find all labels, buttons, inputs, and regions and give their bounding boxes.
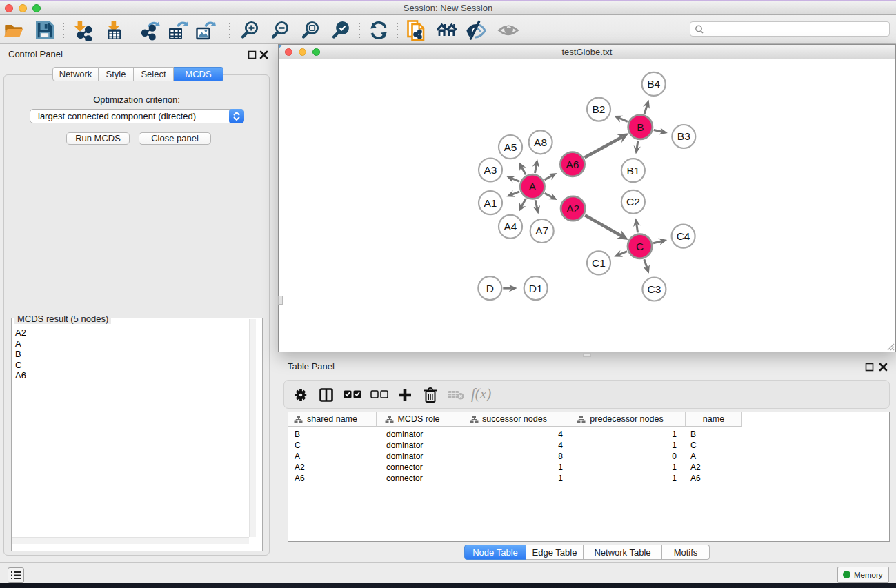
svg-text:B2: B2 [593, 103, 606, 115]
svg-text:C2: C2 [626, 196, 640, 207]
svg-text:B1: B1 [626, 165, 639, 176]
svg-text:D1: D1 [529, 283, 543, 294]
svg-text:A3: A3 [484, 164, 497, 176]
svg-text:A8: A8 [534, 136, 547, 148]
svg-text:A: A [529, 181, 537, 192]
svg-text:A7: A7 [535, 225, 548, 236]
svg-text:B3: B3 [677, 130, 690, 142]
svg-text:A4: A4 [504, 221, 517, 232]
svg-text:A6: A6 [566, 159, 579, 170]
svg-text:C4: C4 [677, 230, 690, 242]
svg-text:B: B [637, 121, 644, 133]
svg-text:B4: B4 [647, 78, 660, 90]
svg-text:C1: C1 [592, 257, 606, 269]
svg-text:D: D [486, 283, 494, 294]
svg-text:C: C [636, 241, 644, 252]
svg-text:A2: A2 [566, 203, 579, 214]
svg-text:A5: A5 [504, 141, 517, 153]
svg-text:C3: C3 [647, 283, 661, 295]
svg-text:A1: A1 [484, 197, 497, 209]
